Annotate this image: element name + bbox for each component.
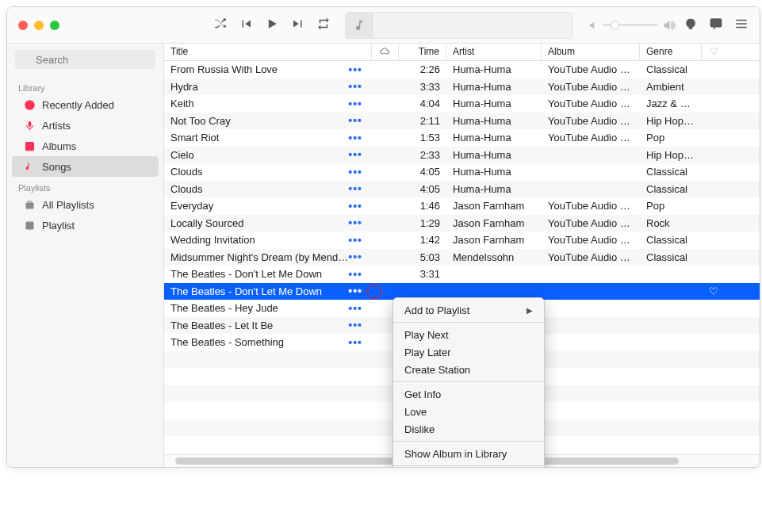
- cell-love: ♡: [702, 285, 726, 297]
- zoom-window-button[interactable]: [50, 21, 59, 30]
- cell-time: 1:53: [399, 132, 446, 144]
- sidebar-item-label: Recently Added: [42, 99, 114, 111]
- shuffle-icon[interactable]: [213, 17, 228, 34]
- sidebar-item-label: Playlist: [42, 220, 75, 232]
- ctx-show-album[interactable]: Show Album in Library: [393, 445, 544, 462]
- table-row[interactable]: Clouds•••4:05Huma-HumaClassical: [164, 181, 760, 198]
- cell-time: 4:05: [399, 183, 446, 195]
- more-options-icon[interactable]: •••: [348, 202, 366, 210]
- column-title[interactable]: Title: [164, 44, 372, 60]
- cell-album: YouTube Audio Lib...: [542, 234, 640, 246]
- table-row[interactable]: Smart Riot•••1:53Huma-HumaYouTube Audio …: [164, 129, 760, 147]
- song-title: Locally Sourced: [170, 217, 348, 229]
- table-row[interactable]: Midsummer Night's Dream (by Mendelss...•…: [164, 249, 760, 266]
- cell-artist: Jason Farnham: [446, 200, 542, 212]
- more-options-icon[interactable]: •••: [348, 270, 366, 278]
- ctx-get-info[interactable]: Get Info: [393, 385, 544, 403]
- queue-icon[interactable]: [734, 17, 749, 34]
- volume-slider[interactable]: [603, 24, 658, 26]
- column-artist[interactable]: Artist: [446, 44, 542, 60]
- cell-album: YouTube Audio Lib...: [542, 251, 640, 263]
- more-options-icon[interactable]: •••: [348, 219, 366, 227]
- song-title: Not Too Cray: [170, 115, 348, 127]
- sidebar-item-playlist[interactable]: Playlist: [12, 215, 159, 235]
- cell-album: YouTube Audio Lib...: [542, 217, 640, 229]
- table-row[interactable]: Everyday•••1:46Jason FarnhamYouTube Audi…: [164, 197, 760, 215]
- cell-genre: Hip Hop &...: [640, 115, 702, 127]
- cell-album: YouTube Audio Lib...: [542, 115, 640, 127]
- more-options-icon[interactable]: •••: [348, 339, 366, 346]
- table-row[interactable]: Clouds•••4:05Huma-HumaClassical: [164, 163, 760, 181]
- sidebar-item-all-playlists[interactable]: All Playlists: [12, 194, 159, 215]
- ctx-create-station[interactable]: Create Station: [393, 361, 544, 378]
- table-row[interactable]: The Beatles - Don't Let Me Down•••3:31: [164, 266, 760, 283]
- more-options-icon[interactable]: •••: [348, 82, 366, 90]
- table-row[interactable]: From Russia With Love•••2:26Huma-HumaYou…: [164, 61, 760, 78]
- ctx-separator: [393, 381, 544, 382]
- ctx-label: Add to Playlist: [404, 304, 469, 316]
- library-section-label: Library: [7, 77, 163, 94]
- more-options-icon[interactable]: •••: [348, 304, 366, 312]
- sidebar: 🔍 Library Recently Added Artists Albums …: [7, 44, 164, 467]
- song-title: From Russia With Love: [170, 63, 348, 75]
- svg-rect-2: [710, 19, 722, 27]
- airplay-icon[interactable]: [684, 17, 698, 34]
- ctx-dislike[interactable]: Dislike: [393, 420, 544, 438]
- table-row[interactable]: Wedding Invitation•••1:42Jason FarnhamYo…: [164, 232, 760, 249]
- close-window-button[interactable]: [18, 21, 28, 30]
- sidebar-item-songs[interactable]: Songs: [12, 156, 159, 177]
- previous-track-icon[interactable]: [239, 17, 253, 34]
- cell-time: 5:03: [399, 251, 446, 263]
- cell-genre: Classical: [640, 166, 702, 178]
- cell-time: 2:11: [399, 115, 446, 127]
- repeat-icon[interactable]: [316, 17, 331, 34]
- cell-time: 2:26: [399, 63, 446, 75]
- table-row[interactable]: Locally Sourced•••1:29Jason FarnhamYouTu…: [164, 215, 760, 232]
- column-love[interactable]: ♡: [702, 44, 726, 60]
- more-options-icon[interactable]: •••: [348, 66, 366, 74]
- song-title: The Beatles - Don't Let Me Down: [170, 285, 348, 297]
- song-title: Cielo: [170, 149, 348, 161]
- sidebar-item-albums[interactable]: Albums: [12, 136, 159, 156]
- cell-artist: Jason Farnham: [446, 234, 542, 246]
- column-genre[interactable]: Genre: [640, 44, 702, 60]
- ctx-add-to-playlist[interactable]: Add to Playlist▶: [393, 301, 544, 319]
- song-title: Clouds: [170, 166, 348, 178]
- sidebar-item-recently-added[interactable]: Recently Added: [12, 94, 159, 115]
- svg-rect-6: [736, 26, 747, 28]
- ctx-label: Get Info: [404, 388, 441, 400]
- ctx-label: Show Album in Library: [404, 448, 507, 460]
- table-row[interactable]: Keith•••4:04Huma-HumaYouTube Audio Lib..…: [164, 95, 760, 113]
- more-options-icon[interactable]: •••: [348, 287, 366, 295]
- next-track-icon[interactable]: [291, 17, 305, 34]
- column-time[interactable]: Time: [399, 44, 446, 60]
- ctx-label: Play Later: [404, 346, 451, 358]
- table-row[interactable]: Hydra•••3:33Huma-HumaYouTube Audio Lib..…: [164, 78, 760, 96]
- more-options-icon[interactable]: •••: [348, 168, 366, 176]
- more-options-icon[interactable]: •••: [348, 321, 366, 329]
- more-options-icon[interactable]: •••: [348, 151, 366, 159]
- cell-album: YouTube Audio Lib...: [542, 81, 640, 93]
- column-cloud[interactable]: [372, 44, 399, 60]
- more-options-icon[interactable]: •••: [348, 134, 366, 142]
- cell-artist: Huma-Huma: [446, 132, 542, 144]
- more-options-icon[interactable]: •••: [348, 185, 366, 193]
- table-row[interactable]: Not Too Cray•••2:11Huma-HumaYouTube Audi…: [164, 113, 760, 130]
- search-input[interactable]: [15, 50, 155, 69]
- sidebar-item-artists[interactable]: Artists: [12, 115, 159, 136]
- ctx-play-later[interactable]: Play Later: [393, 343, 544, 361]
- table-row[interactable]: Cielo•••2:33Huma-HumaHip Hop &...: [164, 147, 760, 164]
- minimize-window-button[interactable]: [34, 21, 44, 30]
- more-options-icon[interactable]: •••: [348, 253, 366, 261]
- volume-control[interactable]: [587, 19, 676, 32]
- play-icon[interactable]: [264, 16, 280, 35]
- ctx-love[interactable]: Love: [393, 403, 544, 420]
- more-options-icon[interactable]: •••: [348, 236, 366, 244]
- more-options-icon[interactable]: •••: [348, 117, 366, 124]
- more-options-icon[interactable]: •••: [348, 100, 366, 108]
- ctx-play-next[interactable]: Play Next: [393, 326, 544, 343]
- cell-genre: Pop: [640, 200, 702, 212]
- column-album[interactable]: Album: [542, 44, 640, 60]
- sidebar-item-label: All Playlists: [42, 199, 94, 211]
- lyrics-icon[interactable]: “: [709, 17, 723, 34]
